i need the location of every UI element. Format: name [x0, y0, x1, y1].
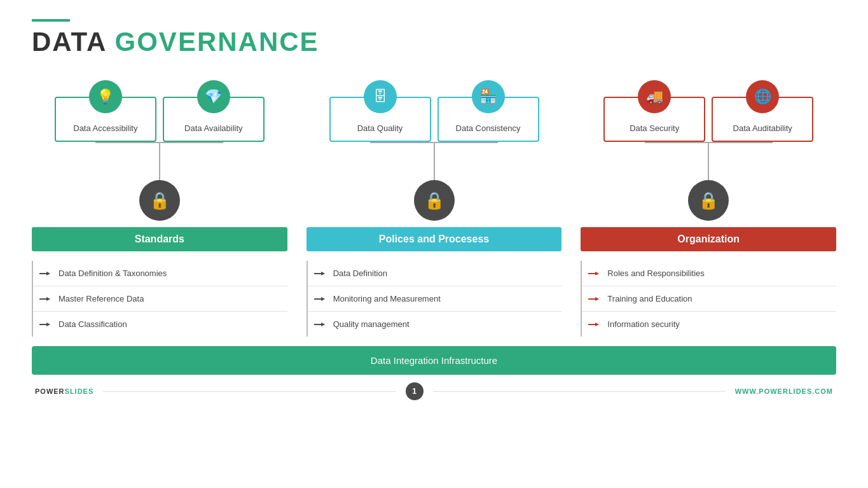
list-item: Quality management: [308, 312, 562, 337]
cards-cyan: 🗄 Data Quality 🏪 Data Consistency: [307, 76, 562, 142]
card-label-security: Data Security: [630, 123, 679, 133]
list-item: Data Definition & Taxonomies: [33, 261, 287, 286]
quality-icon: 🗄: [364, 80, 397, 113]
footer-left-text: POWERPOWERSLIDESSLIDES: [35, 387, 93, 395]
lock-icon-teal: 🔒: [139, 180, 180, 221]
list-item: Monitoring and Measurement: [308, 286, 562, 312]
arrow-icon: [588, 296, 601, 302]
card-data-quality: 🗄 Data Quality: [329, 97, 431, 142]
column-organization: 🚚 Data Security 🌐 Data Auditability 🔒 Or…: [581, 76, 836, 337]
footer-line-right: [433, 391, 726, 392]
columns-container: 💡 Data Accessibility 💎 Data Availability…: [32, 76, 836, 337]
list-item-text: Monitoring and Measurement: [333, 294, 441, 303]
category-label-standards: Standards: [32, 227, 287, 251]
column-standards: 💡 Data Accessibility 💎 Data Availability…: [32, 76, 287, 337]
arrow-icon: [39, 321, 52, 328]
lock-icon-red: 🔒: [688, 180, 729, 221]
connector-cyan: [307, 142, 562, 180]
cards-red: 🚚 Data Security 🌐 Data Auditability: [581, 76, 836, 142]
list-item: Roles and Responsibilities: [582, 261, 836, 286]
arrow-icon: [588, 270, 601, 277]
arrow-icon: [588, 321, 601, 328]
slide: DATA GOVERNANCE 💡 Data Accessibility 💎 D…: [0, 0, 868, 488]
card-label-availability: Data Availability: [184, 123, 243, 133]
title-word-data: DATA: [32, 27, 106, 57]
lock-icon-cyan: 🔒: [414, 180, 455, 221]
list-organization: Roles and Responsibilities Training and …: [581, 261, 836, 337]
title-word-governance: GOVERNANCE: [115, 27, 319, 57]
category-label-organization: Organization: [581, 227, 836, 251]
page-title: DATA GOVERNANCE: [32, 27, 836, 57]
list-item: Master Reference Data: [33, 286, 287, 312]
connector-red: [581, 142, 836, 180]
arrow-icon: [314, 270, 327, 277]
arrow-icon: [314, 296, 327, 302]
list-item-text: Roles and Responsibilities: [607, 268, 704, 278]
list-item-text: Information security: [607, 319, 679, 329]
card-data-security: 🚚 Data Security: [603, 97, 705, 142]
cards-teal: 💡 Data Accessibility 💎 Data Availability: [32, 76, 287, 142]
list-item-text: Data Definition & Taxonomies: [59, 268, 167, 278]
title-bar: DATA GOVERNANCE: [32, 19, 836, 57]
bottom-bar: Data Integration Infrastructure: [32, 346, 836, 375]
card-data-availability: 💎 Data Availability: [163, 97, 265, 142]
card-label-consistency: Data Consistency: [456, 123, 521, 133]
card-label-accessibility: Data Accessibility: [73, 123, 137, 133]
list-item: Information security: [582, 312, 836, 337]
card-data-accessibility: 💡 Data Accessibility: [55, 97, 156, 142]
list-standards: Data Definition & Taxonomies Master Refe…: [32, 261, 287, 337]
consistency-icon: 🏪: [472, 80, 505, 113]
footer-right-text: WWW.POWERLIDES.COM: [735, 387, 833, 395]
card-data-consistency: 🏪 Data Consistency: [437, 97, 539, 142]
arrow-icon: [39, 296, 52, 302]
list-policies: Data Definition Monitoring and Measureme…: [307, 261, 562, 337]
list-item: Training and Education: [582, 286, 836, 312]
connector-teal: [32, 142, 287, 180]
footer: POWERPOWERSLIDESSLIDES 1 WWW.POWERLIDES.…: [32, 382, 836, 400]
category-label-policies: Polices and Procesess: [307, 227, 562, 251]
page-number: 1: [406, 382, 424, 400]
footer-line-left: [103, 391, 396, 392]
list-item-text: Quality management: [333, 319, 410, 329]
list-item: Data Definition: [308, 261, 562, 286]
accessibility-icon: 💡: [89, 80, 122, 113]
arrow-icon: [39, 270, 52, 277]
auditability-icon: 🌐: [746, 80, 779, 113]
availability-icon: 💎: [197, 80, 230, 113]
card-data-auditability: 🌐 Data Auditability: [712, 97, 813, 142]
arrow-icon: [314, 321, 327, 328]
list-item-text: Data Classification: [59, 319, 127, 329]
list-item-text: Master Reference Data: [59, 294, 144, 303]
card-label-auditability: Data Auditability: [733, 123, 792, 133]
list-item-text: Training and Education: [607, 294, 692, 303]
list-item: Data Classification: [33, 312, 287, 337]
column-policies: 🗄 Data Quality 🏪 Data Consistency 🔒 Poli…: [307, 76, 562, 337]
title-accent: [32, 19, 70, 22]
list-item-text: Data Definition: [333, 268, 387, 278]
card-label-quality: Data Quality: [357, 123, 403, 133]
security-icon: 🚚: [638, 80, 671, 113]
